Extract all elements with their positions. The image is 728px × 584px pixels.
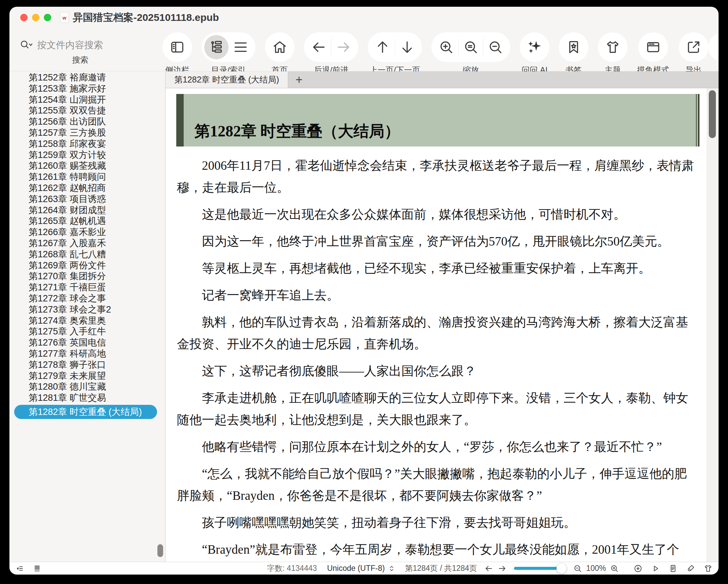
auto-read-button[interactable] [651, 564, 660, 573]
zoom-in-icon [610, 564, 619, 573]
chapter-list-item[interactable]: 第1255章 双双告捷 [14, 105, 157, 116]
content-scrollbar-track[interactable] [707, 88, 719, 562]
chapter-list-item[interactable]: 第1266章 嘉禾影业 [14, 227, 157, 238]
collapse-sidebar-icon [16, 564, 24, 573]
export-button[interactable] [681, 35, 706, 59]
ask-ai-button[interactable] [522, 35, 547, 59]
chapter-list-item[interactable]: 第1262章 赵帆招商 [14, 183, 157, 194]
chapter-list-item[interactable]: 第1258章 邱家夜宴 [14, 138, 157, 149]
active-tab[interactable]: 第1282章 时空重叠 (大结局) [165, 72, 288, 88]
chapter-list-item[interactable]: 第1282章 时空重叠 (大结局) [14, 405, 157, 419]
reading-progress-slider[interactable] [514, 567, 565, 570]
chapter-list-item[interactable]: 第1261章 特聘顾问 [14, 171, 157, 183]
play-icon [651, 564, 660, 573]
chapter-list-item[interactable]: 第1253章 施家示好 [14, 83, 157, 94]
encoding-select[interactable]: Unicode (UTF-8) [327, 564, 395, 573]
style-brush-button[interactable] [686, 564, 695, 573]
toolbar-buttons: 侧边栏 [162, 28, 708, 76]
sidebar-toggle-button[interactable] [165, 35, 189, 59]
sidebar-scrollbar-thumb[interactable] [157, 544, 163, 557]
bookmark-button[interactable] [562, 35, 586, 59]
main-area: 第1252章 裕廊邀请第1253章 施家示好第1254章 山洞掘开第1255章 … [9, 72, 719, 562]
toc-tree-button[interactable] [204, 35, 229, 59]
toolbar-item-ai: 问问 AI [520, 32, 549, 76]
collapse-sidebar-button[interactable] [16, 564, 24, 573]
body-paragraph: 孩子咧嘴嘿嘿嘿朝她笑笑，扭动着身子往下滑，要去找哥哥姐姐玩。 [177, 511, 698, 533]
chapter-list-item[interactable]: 第1275章 入手红牛 [14, 326, 157, 337]
prev-page-button[interactable] [370, 35, 395, 59]
chapter-list-item[interactable]: 第1256章 出访团队 [14, 116, 157, 127]
toolbar-item-bookmark: 书签 [559, 32, 589, 76]
chapter-list-item[interactable]: 第1281章 旷世交易 [14, 392, 157, 404]
export-icon [686, 39, 701, 55]
chapter-list-item[interactable]: 第1273章 球会之事2 [14, 304, 157, 315]
book-info-button[interactable] [33, 564, 42, 573]
zoom-out-button[interactable] [483, 35, 508, 59]
reader-scroll-area[interactable]: 第1282章 时空重叠（大结局） 2006年11月7日，霍老仙逝悼念会结束，李承… [165, 88, 719, 562]
new-tab-button[interactable]: + [288, 72, 310, 88]
status-theme-button[interactable] [704, 564, 712, 573]
chapter-list-item[interactable]: 第1277章 科研高地 [14, 348, 157, 359]
epub-file-icon: w [60, 12, 69, 23]
brush-icon [686, 564, 695, 573]
chapter-list-item[interactable]: 第1260章 赐荃残藏 [14, 160, 157, 171]
chapter-list-item[interactable]: 第1268章 乱七八糟 [14, 249, 157, 260]
chapter-list-item[interactable]: 第1274章 奥索里奥 [14, 315, 157, 326]
chapter-heading-banner: 第1282章 时空重叠（大结局） [176, 94, 700, 146]
chapter-list-item[interactable]: 第1272章 球会之事 [14, 293, 157, 304]
back-button[interactable] [307, 35, 331, 59]
chapter-list-item[interactable]: 第1279章 未来展望 [14, 370, 157, 382]
slack-off-mode-button[interactable] [641, 35, 665, 59]
zoom-in-icon [439, 39, 454, 55]
notes-button[interactable] [669, 564, 677, 573]
chapter-list-item[interactable]: 第1269章 两份文件 [14, 260, 157, 271]
chapter-list-item[interactable]: 第1267章 入股嘉禾 [14, 238, 157, 249]
content-scrollbar-thumb[interactable] [709, 90, 716, 138]
chapter-list-item[interactable]: 第1278章 狮子张口 [14, 359, 157, 370]
chapter-list-item[interactable]: 第1259章 双方计较 [14, 149, 157, 161]
toolbar-item-toc: 目录/索引 [202, 32, 256, 76]
body-paragraph: 李承走进机舱，正在叽叽喳喳聊天的三位女人立即停下来。没错，三个女人，泰勒、钟女随… [177, 387, 698, 431]
tshirt-icon [605, 39, 621, 55]
toc-sidebar: 第1252章 裕廊邀请第1253章 施家示好第1254章 山洞掘开第1255章 … [9, 72, 165, 562]
next-page-button[interactable] [395, 35, 419, 59]
theme-button[interactable] [601, 35, 625, 59]
status-zoom-in-button[interactable] [610, 564, 619, 573]
zoom-in-button[interactable] [434, 35, 458, 59]
chapter-list-item[interactable]: 第1270章 集团拆分 [14, 271, 157, 282]
chapter-list-item[interactable]: 第1257章 三方换股 [14, 127, 157, 138]
chapter-list-item[interactable]: 第1254章 山洞掘开 [14, 94, 157, 105]
minimize-button[interactable] [32, 14, 40, 21]
slider-thumb[interactable] [556, 563, 567, 574]
status-zoom-out-button[interactable] [573, 564, 582, 573]
toc-tree-icon [209, 39, 224, 55]
chapter-list-item[interactable]: 第1271章 千禧巨蛋 [14, 282, 157, 293]
search-input[interactable] [36, 39, 132, 51]
close-button[interactable] [20, 14, 28, 21]
page-back-button[interactable] [484, 564, 493, 573]
chapter-list-item[interactable]: 第1252章 裕廊邀请 [14, 72, 157, 83]
chapter-list-item[interactable]: 第1263章 项目诱惑 [14, 194, 157, 205]
active-tab-label: 第1282章 时空重叠 (大结局) [174, 74, 279, 85]
zoom-window-button[interactable] [44, 14, 51, 21]
page-forward-button[interactable] [498, 564, 506, 573]
banner-left-bar [176, 94, 184, 146]
chapter-list-item[interactable]: 第1276章 英国电信 [14, 337, 157, 348]
forward-button[interactable] [331, 35, 356, 59]
zoom-reset-icon [463, 39, 478, 55]
window-title: 异国猎宝档案-2025101118.epub [73, 11, 219, 25]
reader-page: 第1282章 时空重叠（大结局） 2006年11月7日，霍老仙逝悼念会结束，李承… [165, 88, 707, 562]
zoom-reset-button[interactable] [459, 35, 483, 59]
chapter-list-item[interactable]: 第1280章 德川宝藏 [14, 381, 157, 392]
index-list-button[interactable] [229, 35, 253, 59]
body-paragraph: 等灵柩上灵车，再想堵截他，已经不现实，李承已经被重重安保护着，上车离开。 [177, 257, 698, 279]
body-paragraph: 这下，这帮记者彻底傻眼——人家出国你怎么跟？ [177, 360, 698, 382]
titlebar: w 异国猎宝档案-2025101118.epub [9, 7, 719, 28]
download-button[interactable] [634, 564, 642, 573]
sparkles-icon [527, 39, 542, 55]
search-box[interactable] [20, 38, 141, 52]
chapter-list-item[interactable]: 第1265章 赵帆机遇 [14, 216, 157, 227]
chapter-list-item[interactable]: 第1264章 财团成型 [14, 205, 157, 216]
home-button[interactable] [268, 35, 292, 59]
more-tools-button[interactable] [711, 35, 719, 59]
